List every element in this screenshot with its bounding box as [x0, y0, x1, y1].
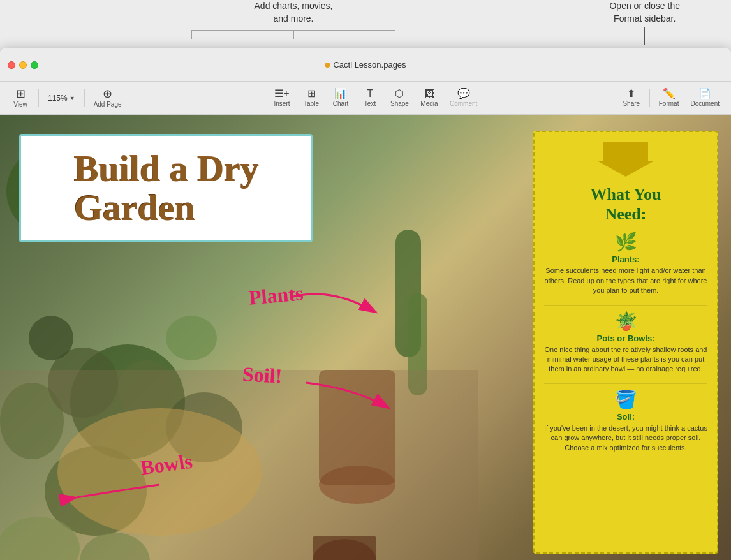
info-divider-1 [544, 305, 707, 306]
window-title: Cacti Lesson.pages [325, 60, 406, 70]
media-icon: 🖼 [424, 89, 434, 99]
text-icon: T [367, 89, 373, 99]
toolbar-separator-1 [38, 89, 39, 107]
plants-title: Plants: [544, 254, 707, 264]
shape-button[interactable]: ⬡ Shape [385, 86, 414, 110]
insert-button[interactable]: ☰+ Insert [268, 86, 296, 110]
soil-icon: 🪣 [544, 389, 707, 410]
annotation-area: Add charts, movies,and more. Open or clo… [0, 0, 731, 48]
toolbar: ⊞ View 115% ▼ ⊕ Add Page ☰+ Insert ⊞ Tab… [0, 82, 731, 115]
add-page-label: Add Page [94, 101, 122, 108]
zoom-button[interactable]: 115% ▼ [43, 91, 80, 105]
pots-text: One nice thing about the relatively shal… [544, 345, 707, 374]
insert-icon: ☰+ [274, 89, 289, 99]
svg-rect-20 [319, 370, 395, 485]
annotation-right-line [644, 27, 645, 45]
toolbar-separator-2 [84, 89, 85, 107]
add-page-icon: ⊕ [103, 88, 112, 99]
title-dot [325, 63, 330, 68]
window-title-text: Cacti Lesson.pages [333, 60, 406, 70]
format-button[interactable]: ✏️ Format [654, 86, 684, 110]
hw-soil-text: Soil! [242, 362, 283, 387]
insert-label: Insert [274, 100, 290, 107]
pots-title: Pots or Bowls: [544, 334, 707, 343]
media-button[interactable]: 🖼 Media [415, 86, 443, 110]
annotation-right-text: Open or close theFormat sidebar. [609, 1, 680, 24]
info-panel-title: What YouNeed: [544, 184, 707, 224]
info-arrow-down [544, 142, 707, 179]
hw-plants-label: Plants [248, 281, 304, 309]
view-label: View [13, 101, 27, 108]
traffic-lights [0, 61, 38, 69]
bracket-line-svg [191, 27, 395, 40]
pots-icon: 🪴 [544, 311, 707, 332]
shape-icon: ⬡ [395, 89, 404, 99]
down-arrow-svg [597, 142, 654, 177]
maximize-button[interactable] [31, 61, 38, 69]
toolbar-separator-3 [649, 89, 650, 107]
text-label: Text [364, 100, 376, 107]
share-icon: ⬆ [627, 89, 635, 99]
soil-text: If you've been in the desert, you might … [544, 424, 707, 453]
hw-plants-text: Plants [248, 281, 304, 309]
info-panel: What YouNeed: 🌿 Plants: Some succulents … [533, 131, 718, 554]
comment-button[interactable]: 💬 Comment [445, 86, 482, 110]
annotation-left: Add charts, movies,and more. [191, 0, 395, 40]
comment-label: Comment [450, 100, 477, 107]
soil-title: Soil: [544, 412, 707, 422]
title-text: Build a DryGarden [73, 149, 258, 227]
table-icon: ⊞ [307, 89, 316, 99]
text-button[interactable]: T Text [356, 86, 384, 110]
annotation-left-text: Add charts, movies,and more. [255, 1, 333, 24]
svg-point-12 [166, 316, 217, 360]
title-textbox[interactable]: Build a DryGarden [19, 134, 313, 242]
svg-rect-22 [313, 536, 376, 560]
share-label: Share [623, 100, 640, 107]
info-section-soil: 🪣 Soil: If you've been in the desert, yo… [544, 389, 707, 453]
add-page-button[interactable]: ⊕ Add Page [89, 85, 127, 110]
minimize-button[interactable] [19, 61, 27, 69]
toolbar-center: ☰+ Insert ⊞ Table 📊 Chart T Text ⬡ Shape… [133, 86, 617, 110]
format-label: Format [659, 100, 679, 107]
document-area[interactable]: Build a DryGarden Plants Soil! Bowls [0, 115, 731, 560]
chart-label: Chart [333, 100, 348, 107]
share-button[interactable]: ⬆ Share [617, 86, 646, 110]
plants-text: Some succulents need more light and/or w… [544, 266, 707, 295]
info-section-pots: 🪴 Pots or Bowls: One nice thing about th… [544, 311, 707, 374]
toolbar-right: ⬆ Share ✏️ Format 📄 Document [617, 86, 725, 110]
comment-icon: 💬 [457, 89, 470, 99]
info-divider-2 [544, 383, 707, 384]
zoom-value: 115% [48, 94, 68, 103]
format-icon: ✏️ [663, 89, 676, 99]
plants-icon: 🌿 [544, 232, 707, 253]
hw-soil-label: Soil! [242, 362, 283, 388]
chart-button[interactable]: 📊 Chart [327, 86, 355, 110]
svg-marker-25 [597, 142, 654, 177]
zoom-chevron-icon: ▼ [70, 95, 75, 101]
shape-label: Shape [390, 100, 409, 107]
titlebar: Cacti Lesson.pages [0, 48, 731, 82]
view-button[interactable]: ⊞ View [6, 85, 34, 110]
document-label: Document [690, 100, 720, 107]
svg-point-11 [29, 316, 73, 360]
close-button[interactable] [8, 61, 15, 69]
media-label: Media [420, 100, 438, 107]
app-window: Cacti Lesson.pages ⊞ View 115% ▼ ⊕ Add P… [0, 48, 731, 560]
view-icon: ⊞ [16, 88, 26, 99]
table-label: Table [304, 100, 319, 107]
toolbar-left: ⊞ View 115% ▼ ⊕ Add Page [6, 85, 127, 110]
document-icon: 📄 [698, 89, 711, 99]
document-button[interactable]: 📄 Document [685, 86, 725, 110]
annotation-right: Open or close theFormat sidebar. [609, 0, 680, 45]
table-button[interactable]: ⊞ Table [297, 86, 325, 110]
chart-icon: 📊 [334, 89, 347, 99]
info-section-plants: 🌿 Plants: Some succulents need more ligh… [544, 232, 707, 295]
